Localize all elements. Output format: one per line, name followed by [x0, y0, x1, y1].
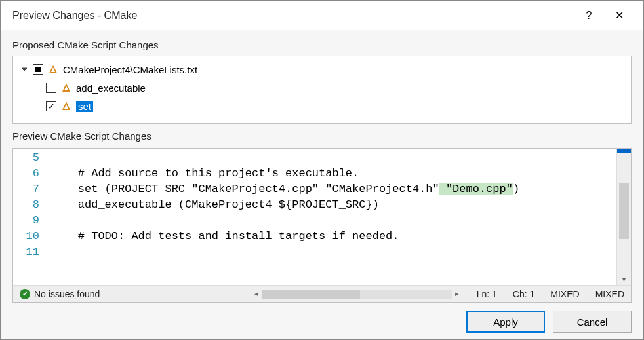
scroll-right-icon[interactable]: ▸ — [452, 289, 462, 299]
status-col: Ch: 1 — [513, 289, 534, 299]
code-text: # TODO: Add tests and install targets if… — [51, 229, 399, 244]
checkbox-unchecked[interactable] — [46, 83, 56, 93]
tree-item-row[interactable]: add_executable — [13, 79, 631, 97]
titlebar: Preview Changes - CMake ? ✕ — [1, 1, 643, 30]
code-text: add_executable (CMakeProject4 ${PROJECT_… — [51, 197, 379, 213]
cmake-icon — [47, 64, 59, 75]
preview-editor: 56 # Add source to this project's execut… — [12, 148, 632, 303]
line-number: 5 — [13, 150, 51, 166]
scroll-thumb[interactable] — [619, 183, 629, 239]
proposed-label: Proposed CMake Script Changes — [12, 39, 632, 50]
expander-icon[interactable] — [20, 65, 29, 74]
code-line[interactable]: 10 # TODO: Add tests and install targets… — [13, 229, 616, 244]
cancel-button[interactable]: Cancel — [553, 311, 632, 333]
tree-item-row[interactable]: set — [13, 97, 631, 115]
editor-statusbar: ✓ No issues found ◂ ▸ Ln: 1 Ch: 1 MIXED … — [13, 285, 631, 302]
preview-label: Preview CMake Script Changes — [12, 130, 632, 142]
hscroll-track[interactable] — [262, 290, 452, 299]
close-button[interactable]: ✕ — [604, 6, 634, 26]
changes-tree: CMakeProject4\CMakeLists.txt add_executa… — [12, 56, 632, 124]
line-number: 9 — [13, 213, 51, 229]
line-number: 6 — [13, 166, 51, 181]
checkbox-checked[interactable] — [46, 101, 56, 111]
hscroll-thumb[interactable] — [262, 290, 360, 299]
button-bar: Apply Cancel — [12, 305, 632, 333]
line-number: 11 — [13, 244, 51, 260]
status-text: No issues found — [34, 289, 100, 299]
code-text: set (PROJECT_SRC "CMakeProject4.cpp" "CM… — [51, 181, 519, 197]
checkbox-mixed[interactable] — [33, 64, 43, 75]
line-number: 7 — [13, 181, 51, 197]
code-line[interactable]: 5 — [13, 150, 616, 166]
code-line[interactable]: 8 add_executable (CMakeProject4 ${PROJEC… — [13, 197, 616, 213]
line-number: 10 — [13, 229, 51, 244]
vertical-scrollbar[interactable]: ▾ — [616, 149, 631, 285]
dialog-content: Proposed CMake Script Changes CMakeProje… — [1, 30, 643, 339]
code-line[interactable]: 6 # Add source to this project's executa… — [13, 166, 616, 181]
tree-item-label-selected[interactable]: set — [76, 101, 93, 112]
scroll-down-icon[interactable]: ▾ — [617, 273, 631, 285]
code-text: # Add source to this project's executabl… — [51, 166, 359, 181]
horizontal-scrollbar[interactable]: ◂ ▸ — [251, 289, 462, 299]
code-line[interactable]: 7 set (PROJECT_SRC "CMakeProject4.cpp" "… — [13, 181, 616, 197]
diff-added: "Demo.cpp" — [439, 183, 513, 195]
tree-root-label[interactable]: CMakeProject4\CMakeLists.txt — [63, 64, 197, 75]
code-line[interactable]: 9 — [13, 213, 616, 229]
apply-button[interactable]: Apply — [466, 311, 545, 333]
status-enc2: MIXED — [595, 289, 624, 299]
code-line[interactable]: 11 — [13, 244, 616, 260]
cmake-icon — [60, 100, 72, 112]
scroll-left-icon[interactable]: ◂ — [251, 289, 262, 299]
help-button[interactable]: ? — [574, 6, 604, 26]
status-ok-icon: ✓ — [20, 289, 30, 299]
window-title: Preview Changes - CMake — [12, 10, 574, 22]
status-line: Ln: 1 — [477, 289, 497, 299]
cmake-icon — [60, 82, 72, 94]
code-editor[interactable]: 56 # Add source to this project's execut… — [13, 149, 616, 285]
tree-item-label[interactable]: add_executable — [76, 83, 146, 94]
line-number: 8 — [13, 197, 51, 213]
tree-root-row[interactable]: CMakeProject4\CMakeLists.txt — [13, 60, 631, 79]
scroll-marker — [617, 149, 631, 153]
status-enc1: MIXED — [550, 289, 579, 299]
